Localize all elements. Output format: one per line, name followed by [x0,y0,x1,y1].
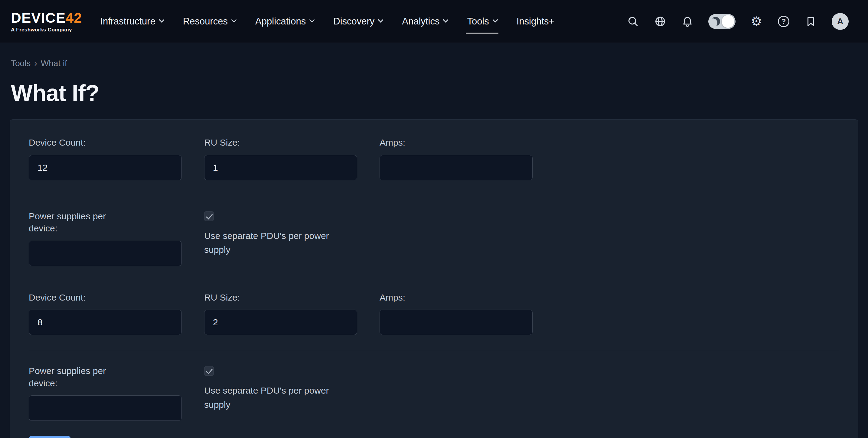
nav-item-infrastructure[interactable]: Infrastructure [99,14,164,29]
chevron-down-icon [309,17,315,22]
chevron-down-icon [492,17,498,22]
device-row-2: Device Count: RU Size: Amps: [10,292,858,335]
device-count-label: Device Count: [29,137,204,149]
nav-label: Discovery [333,16,374,27]
bookmark-icon[interactable] [805,15,817,28]
power-row-2: Power supplies per device: Use separate … [10,365,858,421]
separate-pdu-label: Use separate PDU's per power supply [204,383,349,412]
search-icon[interactable] [627,15,639,28]
power-supplies-label: Power supplies per device: [29,365,120,390]
field-amps-2: Amps: [379,292,858,335]
nav-item-discovery[interactable]: Discovery [333,14,383,29]
field-power-supplies-1: Power supplies per device: [29,210,204,266]
what-if-form-panel: Device Count: RU Size: Amps: Power suppl… [10,119,858,438]
page-title: What If? [11,80,857,106]
nav-item-analytics[interactable]: Analytics [401,14,448,29]
nav-label: Resources [183,16,228,27]
brand-text: DEVICE42 [11,10,82,25]
nav-item-tools[interactable]: Tools [466,14,497,29]
power-row-1: Power supplies per device: Use separate … [10,210,858,266]
power-supplies-input-1[interactable] [29,241,182,266]
nav-item-applications[interactable]: Applications [255,14,314,29]
main-nav: Infrastructure Resources Applications Di… [99,14,555,29]
toggle-knob [722,15,734,28]
separate-pdu-checkbox-2[interactable] [204,366,214,376]
nav-label: Tools [467,16,489,27]
brand-accent: 42 [66,10,82,26]
nav-item-insights[interactable]: Insights+ [516,14,555,29]
device-count-input-1[interactable] [29,155,182,180]
divider [29,196,839,196]
nav-label: Analytics [402,16,439,27]
chevron-down-icon [159,17,164,22]
chevron-down-icon [443,17,448,22]
help-icon[interactable]: ? [777,15,790,28]
separate-pdu-checkbox-1[interactable] [204,211,214,221]
field-ru-size-1: RU Size: [204,137,379,180]
topbar-actions: ⚙ ? A [627,13,849,30]
breadcrumb-what-if[interactable]: What if [41,59,67,68]
globe-icon[interactable] [654,15,666,28]
moon-icon [711,17,720,26]
power-supplies-label: Power supplies per device: [29,210,120,235]
add-button[interactable]: Add [29,436,71,438]
theme-toggle[interactable] [708,14,736,29]
field-device-count-1: Device Count: [29,137,204,180]
nav-item-resources[interactable]: Resources [182,14,237,29]
separate-pdu-field-1: Use separate PDU's per power supply [204,210,379,257]
top-navigation-bar: DEVICE42 A Freshworks Company Infrastruc… [0,0,868,43]
field-power-supplies-2: Power supplies per device: [29,365,204,421]
brand-tagline: A Freshworks Company [11,27,82,32]
amps-label: Amps: [379,137,858,149]
user-avatar[interactable]: A [832,13,849,30]
separate-pdu-field-2: Use separate PDU's per power supply [204,365,379,412]
power-supplies-input-2[interactable] [29,395,182,421]
amps-input-2[interactable] [379,310,533,335]
ru-size-label: RU Size: [204,137,379,149]
device-count-input-2[interactable] [29,310,182,335]
device-count-label: Device Count: [29,292,204,304]
nav-label: Applications [255,16,306,27]
breadcrumb-separator: › [34,59,37,68]
ru-size-input-1[interactable] [204,155,357,180]
ru-size-input-2[interactable] [204,310,357,335]
chevron-down-icon [231,17,237,22]
field-ru-size-2: RU Size: [204,292,379,335]
divider [29,351,839,351]
page-content: Tools › What if What If? Device Count: R… [0,59,868,438]
breadcrumb-tools[interactable]: Tools [11,59,31,68]
ru-size-label: RU Size: [204,292,379,304]
nav-label: Insights+ [517,16,554,27]
chevron-down-icon [378,17,383,22]
field-amps-1: Amps: [379,137,858,180]
breadcrumb: Tools › What if [11,59,857,68]
device42-logo[interactable]: DEVICE42 A Freshworks Company [11,10,82,32]
gear-icon[interactable]: ⚙ [750,15,763,28]
device-row-1: Device Count: RU Size: Amps: [10,137,858,180]
nav-label: Infrastructure [100,16,155,27]
amps-input-1[interactable] [379,155,533,180]
amps-label: Amps: [379,292,858,304]
separate-pdu-label: Use separate PDU's per power supply [204,229,349,257]
field-device-count-2: Device Count: [29,292,204,335]
bell-icon[interactable] [681,15,694,28]
